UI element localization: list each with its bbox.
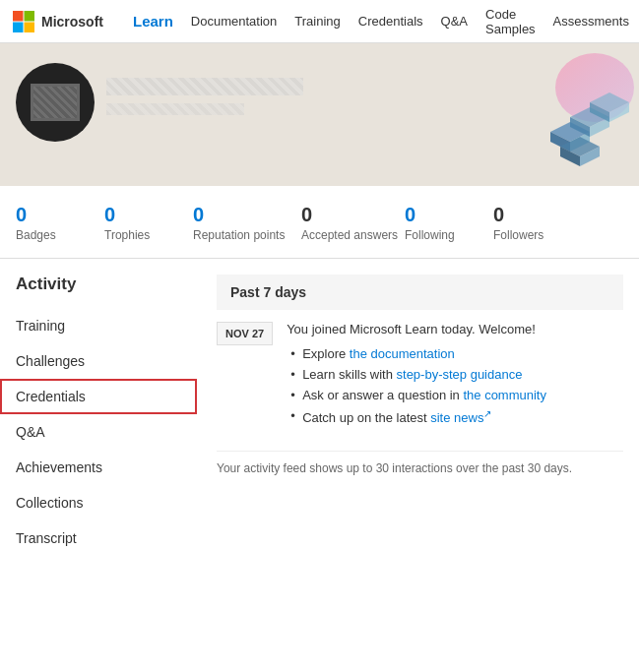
list-item-link-site-news[interactable]: site news↗ [430,410,491,425]
activity-date: NOV 27 [217,322,273,345]
stat-following-label: Following [405,228,493,244]
stat-followers-label: Followers [493,228,582,244]
activity-welcome-text: You joined Microsoft Learn today. Welcom… [287,322,546,336]
nav-bar: Microsoft Learn Documentation Training C… [0,0,639,43]
profile-name-placeholder [106,78,303,95]
avatar-placeholder [31,84,80,121]
list-item: Learn skills with step-by-step guidance [287,367,546,382]
stat-trophies-value: 0 [104,204,193,226]
microsoft-wordmark: Microsoft [41,14,103,30]
nav-link-qa[interactable]: Q&A [441,14,468,29]
sidebar-item-qa[interactable]: Q&A [0,414,197,450]
list-item: Explore the documentation [287,346,546,361]
profile-name-area [106,78,303,115]
profile-sub-placeholder [106,103,244,115]
banner-decoration [442,43,639,186]
avatar [16,63,95,142]
svg-rect-1 [25,11,35,22]
nav-link-credentials[interactable]: Credentials [358,14,423,29]
stat-reputation: 0 Reputation points [193,204,301,244]
list-item: Catch up on the latest site news↗ [287,408,546,425]
nav-link-assessments[interactable]: Assessments [553,14,629,29]
stat-badges-value: 0 [16,204,104,226]
list-item-link-guidance[interactable]: step-by-step guidance [397,367,523,382]
nav-link-training[interactable]: Training [294,14,340,29]
sidebar-item-transcript[interactable]: Transcript [0,520,197,556]
stat-reputation-value: 0 [193,204,301,226]
activity-content: You joined Microsoft Learn today. Welcom… [287,322,546,431]
stat-trophies-label: Trophies [104,228,193,244]
nav-link-documentation[interactable]: Documentation [191,14,277,29]
microsoft-logo[interactable]: Microsoft [12,10,103,33]
stat-badges: 0 Badges [16,204,104,244]
external-link-icon: ↗ [483,408,491,419]
sidebar: Activity Training Challenges Credentials… [0,259,197,572]
stat-following-value: 0 [405,204,493,226]
stat-accepted-label: Accepted answers [301,228,405,244]
stat-accepted: 0 Accepted answers [301,204,405,244]
sidebar-heading: Activity [0,275,197,308]
activity-footer: Your activity feed shows up to 30 intera… [217,451,623,475]
stat-trophies: 0 Trophies [104,204,193,244]
list-item-prefix: Ask or answer a question in [302,388,463,402]
activity-entry: NOV 27 You joined Microsoft Learn today.… [217,322,623,431]
list-item-prefix: Catch up on the latest [302,410,430,425]
list-item-prefix: Learn skills with [302,367,396,382]
list-item-prefix: Explore [302,346,350,361]
sidebar-item-training[interactable]: Training [0,308,197,343]
svg-rect-3 [25,22,35,32]
sidebar-item-collections[interactable]: Collections [0,485,197,520]
list-item-link-community[interactable]: the community [463,388,546,402]
stat-followers: 0 Followers [493,204,582,244]
stat-badges-label: Badges [16,228,104,244]
stat-accepted-value: 0 [301,204,405,226]
svg-rect-0 [13,11,24,22]
activity-list: Explore the documentation Learn skills w… [287,346,546,425]
main-content: Activity Training Challenges Credentials… [0,259,639,572]
list-item: Ask or answer a question in the communit… [287,388,546,402]
activity-panel: Past 7 days NOV 27 You joined Microsoft … [197,259,639,572]
activity-period-header: Past 7 days [217,275,623,310]
sidebar-item-achievements[interactable]: Achievements [0,450,197,485]
stat-following: 0 Following [405,204,493,244]
nav-links: Documentation Training Credentials Q&A C… [191,7,639,36]
profile-banner [0,43,639,186]
sidebar-item-challenges[interactable]: Challenges [0,343,197,379]
stats-bar: 0 Badges 0 Trophies 0 Reputation points … [0,186,639,259]
list-item-link-documentation[interactable]: the documentation [350,346,455,361]
stat-reputation-label: Reputation points [193,228,301,244]
sidebar-item-credentials[interactable]: Credentials [0,379,197,414]
stat-followers-value: 0 [493,204,582,226]
microsoft-logo-icon [12,10,35,33]
learn-label[interactable]: Learn [133,13,173,30]
svg-rect-2 [13,22,24,32]
nav-link-code-samples[interactable]: Code Samples [485,7,536,36]
